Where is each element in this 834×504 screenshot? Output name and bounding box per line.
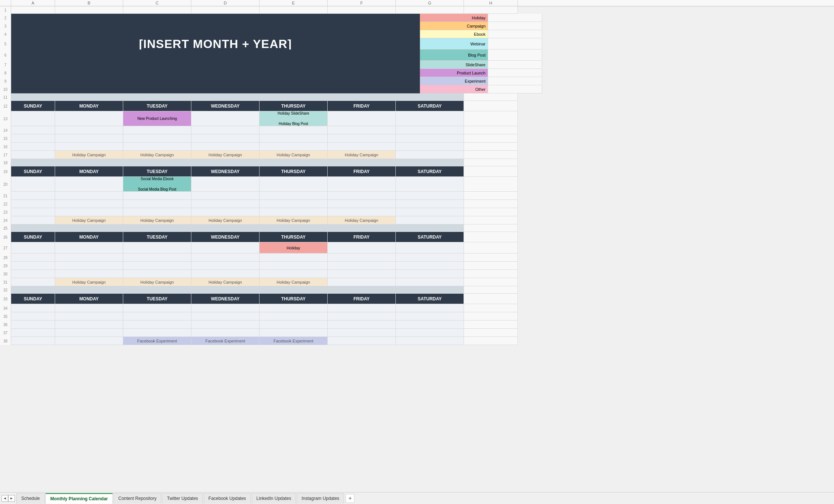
- row-2: 2 Holiday: [0, 14, 834, 22]
- row-10: 10 Other: [0, 85, 834, 93]
- col-header-h: H: [464, 0, 518, 6]
- w2-saturday: SATURDAY: [396, 166, 464, 177]
- legend-campaign-label: Campaign: [467, 24, 486, 28]
- legend-blogpost-label: Blog Post: [468, 53, 486, 57]
- event-holiday: Holiday: [287, 246, 300, 250]
- w1-monday: MONDAY: [55, 101, 123, 111]
- w3-friday: FRIDAY: [328, 232, 396, 242]
- tab-next-button[interactable]: ►: [8, 495, 15, 502]
- tab-twitter-updates[interactable]: Twitter Updates: [162, 493, 203, 504]
- tab-nav[interactable]: ◄ ►: [1, 495, 15, 502]
- event-social-media-blogpost: Social Media Blog Post: [138, 187, 176, 192]
- row-num-9: 9: [0, 77, 11, 85]
- row-13: 13 New Product Launching Holiday SlideSh…: [0, 111, 834, 126]
- w1-wednesday: WEDNESDAY: [191, 101, 260, 111]
- row-12-week1-header: 12 SUNDAY MONDAY TUESDAY WEDNESDAY THURS…: [0, 101, 834, 111]
- w2-tuesday: TUESDAY: [123, 166, 191, 177]
- row-28: 28: [0, 253, 834, 262]
- w1-campaign-tue: Holiday Campaign: [123, 151, 191, 159]
- w2-wednesday: WEDNESDAY: [191, 166, 260, 177]
- w4-friday: FRIDAY: [328, 294, 396, 304]
- w4-facebook-exp-wed: Facebook Experiment: [191, 337, 260, 345]
- row-num-7: 7: [0, 61, 11, 69]
- event-social-media-ebook: Social Media Ebook: [141, 176, 174, 182]
- row-num-5: 5: [0, 38, 11, 50]
- tab-instagram-updates[interactable]: Instagram Updates: [297, 493, 344, 504]
- row-26-week3-header: 26 SUNDAY MONDAY TUESDAY WEDNESDAY THURS…: [0, 232, 834, 242]
- row-22: 22: [0, 200, 834, 208]
- event-holiday-blogpost: Holiday Blog Post: [279, 121, 308, 127]
- legend-slideshare-label: SlideShare: [465, 63, 486, 67]
- row-num-1: 1: [0, 6, 11, 14]
- w2-campaign-wed: Holiday Campaign: [191, 216, 260, 224]
- row-18: 18: [0, 159, 834, 166]
- w1-campaign-fri: Holiday Campaign: [328, 151, 396, 159]
- col-header-c: C: [123, 0, 191, 6]
- row-23: 23: [0, 208, 834, 216]
- header-title: [INSERT MONTH + YEAR]: [139, 37, 292, 51]
- legend-experiment-label: Experiment: [465, 79, 486, 83]
- tab-bar: ◄ ► Schedule Monthly Planning Calendar C…: [0, 492, 834, 504]
- row-num-11: 11: [0, 93, 11, 101]
- legend-webinar-label: Webinar: [470, 42, 486, 46]
- w1-tuesday: TUESDAY: [123, 101, 191, 111]
- w3-thursday: THURSDAY: [260, 232, 328, 242]
- w2-sunday: SUNDAY: [11, 166, 55, 177]
- add-sheet-button[interactable]: +: [346, 494, 354, 503]
- tab-linkedin-updates[interactable]: LinkedIn Updates: [252, 493, 296, 504]
- tab-monthly-planning-calendar[interactable]: Monthly Planning Calendar: [45, 493, 113, 504]
- w2-thursday: THURSDAY: [260, 166, 328, 177]
- w1-campaign-mon: Holiday Campaign: [55, 151, 123, 159]
- row-27: 27 Holiday: [0, 242, 834, 253]
- w3-campaign-wed: Holiday Campaign: [191, 278, 260, 286]
- row-21: 21: [0, 192, 834, 200]
- w1-campaign-thu: Holiday Campaign: [260, 151, 328, 159]
- w2-campaign-tue: Holiday Campaign: [123, 216, 191, 224]
- sheet-body: 1 2 Holiday 3 Campaign: [0, 6, 834, 492]
- tab-content-repository[interactable]: Content Repository: [114, 493, 162, 504]
- w4-sunday: SUNDAY: [11, 294, 55, 304]
- row-32: 32: [0, 286, 834, 294]
- col-header-f: F: [328, 0, 396, 6]
- w4-thursday: THURSDAY: [260, 294, 328, 304]
- column-headers: A B C D E F G H: [0, 0, 834, 6]
- w2-campaign-thu: Holiday Campaign: [260, 216, 328, 224]
- row-num-10: 10: [0, 85, 11, 93]
- col-header-e: E: [260, 0, 328, 6]
- row-30: 30: [0, 270, 834, 278]
- row-6: 6 Blog Post: [0, 50, 834, 61]
- row-17-campaign: 17 Holiday Campaign Holiday Campaign Hol…: [0, 151, 834, 159]
- row-19-week2-header: 19 SUNDAY MONDAY TUESDAY WEDNESDAY THURS…: [0, 166, 834, 177]
- w3-campaign-thu: Holiday Campaign: [260, 278, 328, 286]
- row-num-8: 8: [0, 69, 11, 77]
- row-35: 35: [0, 312, 834, 320]
- w1-event-product-launch: New Product Launching: [123, 111, 191, 126]
- w3-sunday: SUNDAY: [11, 232, 55, 242]
- row-14: 14: [0, 126, 834, 134]
- row-3: 3 Campaign: [0, 22, 834, 30]
- row-num-4: 4: [0, 30, 11, 38]
- row-31-campaign: 31 Holiday Campaign Holiday Campaign Hol…: [0, 278, 834, 286]
- tab-facebook-updates[interactable]: Facebook Updates: [204, 493, 251, 504]
- row-25: 25: [0, 224, 834, 232]
- w2-event-ebook-blogpost: Social Media Ebook Social Media Blog Pos…: [123, 177, 191, 192]
- tab-schedule[interactable]: Schedule: [16, 493, 45, 504]
- row-37: 37: [0, 329, 834, 337]
- row-16: 16: [0, 143, 834, 151]
- w4-facebook-exp-thu: Facebook Experiment: [260, 337, 328, 345]
- w1-sunday: SUNDAY: [11, 101, 55, 111]
- row-num-6: 6: [0, 50, 11, 61]
- tab-prev-button[interactable]: ◄: [1, 495, 8, 502]
- row-34: 34: [0, 304, 834, 312]
- row-num-12: 12: [0, 101, 11, 111]
- row-1: 1: [0, 6, 834, 14]
- w2-campaign-mon: Holiday Campaign: [55, 216, 123, 224]
- w1-campaign-wed: Holiday Campaign: [191, 151, 260, 159]
- row-8: 8 Product Launch: [0, 69, 834, 77]
- event-new-product-launching: New Product Launching: [137, 117, 177, 121]
- row-num-3: 3: [0, 22, 11, 30]
- legend-holiday-label: Holiday: [472, 16, 486, 20]
- row-29: 29: [0, 262, 834, 270]
- legend-other-label: Other: [475, 87, 486, 92]
- w2-friday: FRIDAY: [328, 166, 396, 177]
